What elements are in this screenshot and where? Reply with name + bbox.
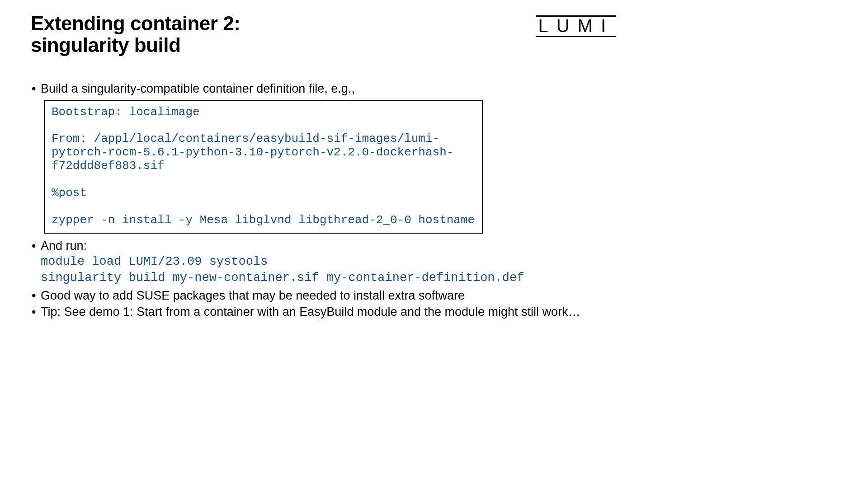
code-blank: [52, 118, 59, 132]
bullet-dot-icon: •: [31, 304, 41, 320]
bullet-text-2: And run:: [41, 239, 87, 253]
bullet-dot-icon: •: [31, 81, 41, 97]
code-line: %post: [52, 186, 87, 200]
bullet-item-3: • Good way to add SUSE packages that may…: [31, 288, 624, 304]
bullet-dot-icon: •: [31, 288, 41, 304]
bullet-dot-icon: •: [31, 238, 41, 286]
code-line: From: /appl/local/containers/easybuild-s…: [52, 132, 453, 173]
code-blank: [52, 173, 59, 186]
bullet-item-1: • Build a singularity-compatible contain…: [31, 81, 624, 97]
run-command-1: module load LUMI/23.09 systools: [41, 254, 624, 270]
bullet-text-3: Good way to add SUSE packages that may b…: [41, 288, 624, 304]
bullet-text-4: Tip: See demo 1: Start from a container …: [41, 304, 624, 320]
lumi-logo: LUMI: [536, 15, 616, 37]
definition-file-codebox: Bootstrap: localimage From: /appl/local/…: [44, 100, 483, 234]
content: • Build a singularity-compatible contain…: [31, 81, 624, 320]
code-line: Bootstrap: localimage: [52, 105, 200, 119]
slide-title: Extending container 2: singularity build: [31, 13, 240, 56]
code-blank: [52, 200, 59, 213]
title-line-1: Extending container 2:: [31, 12, 240, 34]
bullet-item-2: • And run: module load LUMI/23.09 systoo…: [31, 238, 624, 286]
slide: Extending container 2: singularity build…: [0, 0, 651, 330]
bullet-text-1: Build a singularity-compatible container…: [41, 81, 624, 97]
header-row: Extending container 2: singularity build…: [31, 13, 624, 56]
bullet-body-2: And run: module load LUMI/23.09 systools…: [41, 238, 624, 286]
code-line: zypper -n install -y Mesa libglvnd libgt…: [52, 213, 475, 227]
lumi-logo-text: LUMI: [536, 15, 616, 37]
title-line-2: singularity build: [31, 34, 180, 56]
run-command-2: singularity build my-new-container.sif m…: [41, 271, 624, 286]
bullet-item-4: • Tip: See demo 1: Start from a containe…: [31, 304, 624, 320]
